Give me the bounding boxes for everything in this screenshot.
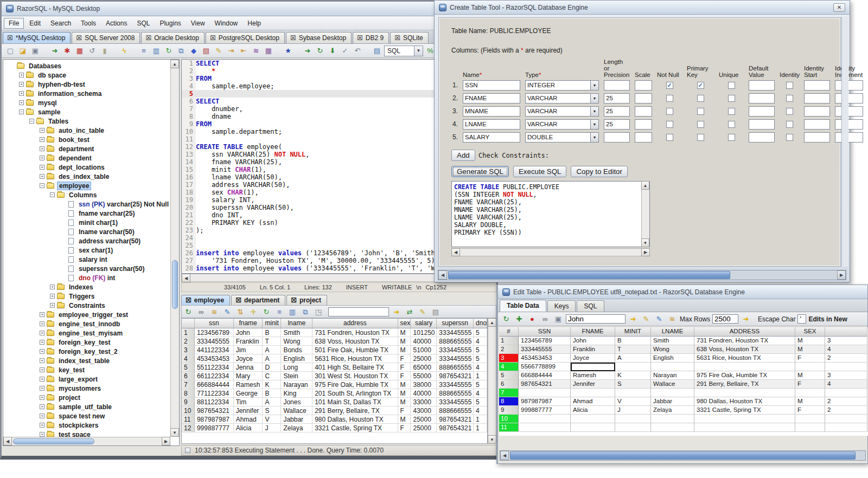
unique-checkbox[interactable] [728,121,735,128]
cell[interactable]: Joyce [571,354,615,363]
expand-icon[interactable]: + [40,321,44,326]
scroll-up-icon[interactable]: ▲ [641,181,649,190]
scroll-right-icon[interactable]: ▶ [162,437,170,445]
default-value-input[interactable] [749,132,775,143]
db-tools-icon[interactable]: ▤ [201,46,212,56]
cell[interactable] [519,389,571,397]
add-row-icon[interactable]: ✚ [514,314,525,324]
tree-vertical-scrollbar[interactable]: ▲ ▼ [170,60,179,437]
edit-sql-icon[interactable]: ✎ [654,314,665,324]
tree-item[interactable]: +Indexes [3,282,170,292]
identity-start-input[interactable] [804,132,830,143]
cell[interactable]: 638 Voss, Houston TX [694,345,795,354]
unique-checkbox[interactable] [728,108,735,115]
tab-close-icon[interactable]: ☒ [7,35,13,41]
primary-key-checkbox[interactable] [697,95,704,102]
results-vertical-scrollbar[interactable]: ▲ ▼ [488,318,496,444]
cell[interactable]: Jabbar [651,397,694,406]
column-header[interactable]: fname [234,319,263,328]
copy-to-editor-button[interactable]: Copy to Editor [571,166,627,177]
row-header[interactable]: 8 [499,397,519,406]
table-row[interactable]: 10 [499,415,868,423]
not-null-checkbox[interactable] [666,108,673,115]
scale-input[interactable] [635,80,652,91]
cell[interactable]: Wong [651,345,694,354]
length-input[interactable] [604,80,630,91]
scroll-right-icon[interactable]: ▶ [641,248,650,256]
tree-item[interactable]: +index_test_table [3,356,170,365]
connection-tab[interactable]: ☒*MySQL Desktop [3,32,71,43]
row-header[interactable]: 4 [499,363,519,371]
column-name-input[interactable]: FNAME [463,93,520,104]
cell[interactable] [651,363,694,371]
tree-item[interactable]: +test space [3,430,170,437]
expand-icon[interactable]: + [40,312,44,317]
tree-item[interactable]: +foreign_key_test_2 [3,347,170,356]
column-header[interactable]: superssn [437,319,474,328]
identity-start-input[interactable] [804,106,830,117]
table-row[interactable]: 3453453453JoyceAEnglish5631 Rice, Housto… [499,354,868,363]
import-icon[interactable]: ⇥ [226,46,237,56]
row-header[interactable]: 2 [499,345,519,354]
table-row[interactable]: 12999887777AliciaJZelaya3321 Castle, Spr… [182,424,487,432]
generated-sql-box[interactable]: CREATE TABLE PUBLIC.EMPLOYEE (SSN INTEGE… [451,181,650,247]
connection-tab[interactable]: ☒DB2 9 [353,32,389,43]
column-header[interactable]: FNAME [571,327,615,337]
tab-close-icon[interactable]: ☒ [291,298,297,303]
identity-start-input[interactable] [804,80,830,91]
edit-table-titlebar[interactable]: Edit Table - PUBLIC.EMPLOYEE utf8_notepa… [498,285,867,299]
save-icon[interactable]: ▣ [553,314,564,324]
edit-icon[interactable]: ✎ [641,314,652,324]
identity-increment-input[interactable] [835,80,863,91]
tab-sql[interactable]: SQL [577,300,604,312]
cell[interactable]: 5631 Rice, Houston TX [694,354,795,363]
search-page-icon[interactable]: ▥ [151,46,162,56]
column-header[interactable]: address [312,319,398,328]
tree-item[interactable]: address varchar(50) [3,236,170,246]
default-value-input[interactable] [749,119,775,130]
table-row[interactable]: 1123456789JohnBSmith731 Fondren, Houston… [182,328,487,337]
max-rows-input[interactable] [712,314,738,324]
export-icon[interactable]: ◳ [313,307,324,316]
column-header[interactable]: dno [474,319,487,328]
table-row[interactable]: 5551122334JennaDLong401 High St, Bellair… [182,363,487,372]
tab-keys[interactable]: Keys [547,300,576,312]
add-button[interactable]: Add [451,150,475,161]
tree-item[interactable]: +db space [3,70,170,80]
table-row[interactable]: 3441122334JimABonds501 Fire Oak, Humble … [182,346,487,354]
default-value-input[interactable] [749,106,775,117]
cell[interactable] [615,363,651,371]
cell[interactable]: S [615,380,651,389]
tab-close-icon[interactable]: ☒ [394,35,400,41]
scroll-up-icon[interactable]: ▲ [170,60,179,68]
scroll-right-icon[interactable]: ▶ [837,270,846,280]
cell[interactable] [615,389,651,397]
generate-sql-button[interactable]: Generate SQL [451,166,509,177]
expand-icon[interactable]: + [50,285,55,289]
create-table-titlebar[interactable]: Create Table Tool - RazorSQL Database En… [435,1,850,15]
cell[interactable]: M [795,345,825,354]
menu-file[interactable]: File [4,18,24,29]
validate-icon[interactable]: ✓ [340,46,350,56]
cell[interactable] [694,363,795,371]
column-name-input[interactable]: LNAME [463,119,520,130]
view-icon[interactable]: ∞ [540,314,551,324]
column-type-select[interactable]: DOUBLE▼ [525,132,599,143]
expand-icon[interactable]: + [40,137,44,142]
tree-item[interactable]: −Tables [3,117,170,126]
cell[interactable] [694,423,795,432]
filter-icon[interactable]: ≋ [251,46,261,56]
copy-icon[interactable]: ⧉ [300,307,311,316]
cell[interactable]: 453453453 [519,354,571,363]
column-header[interactable]: lname [281,319,312,328]
identity-checkbox[interactable] [786,121,793,128]
column-name-input[interactable]: MNAME [463,106,520,117]
export-icon[interactable]: ⇤ [238,46,249,56]
identity-start-input[interactable] [804,119,830,130]
expand-icon[interactable]: + [40,414,44,418]
cell[interactable]: Zelaya [651,406,694,415]
cell[interactable]: 999887777 [519,406,571,415]
not-null-checkbox[interactable] [666,121,673,128]
grid-icon[interactable]: ▥ [287,307,298,316]
cell[interactable]: Alicia [571,406,615,415]
